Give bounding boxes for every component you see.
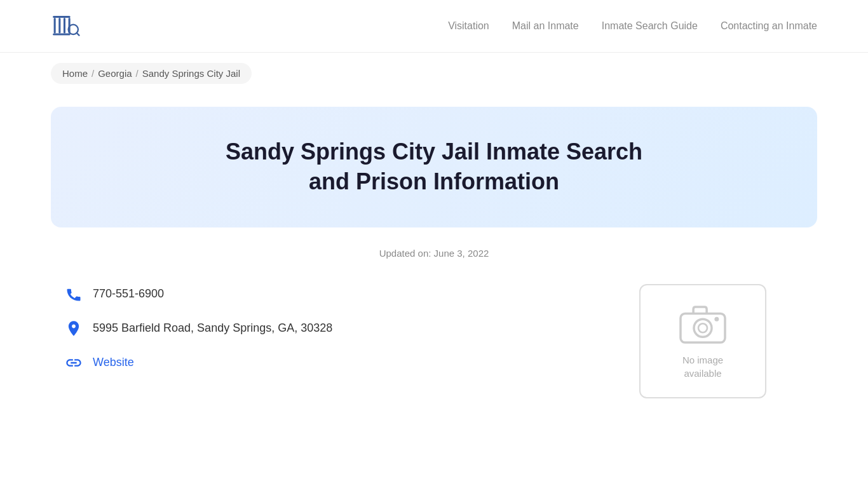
phone-icon: [64, 284, 84, 304]
camera-icon: [677, 302, 728, 347]
address-icon: [64, 318, 84, 339]
link-icon: [64, 353, 84, 373]
breadcrumb-separator-1: /: [92, 68, 94, 79]
breadcrumb-bar: Home / Georgia / Sandy Springs City Jail: [0, 53, 868, 94]
breadcrumb-current: Sandy Springs City Jail: [142, 68, 240, 79]
address-row: 5995 Barfield Road, Sandy Springs, GA, 3…: [64, 318, 332, 339]
info-section: 770-551-6900 5995 Barfield Road, Sandy S…: [51, 284, 817, 398]
svg-rect-0: [53, 16, 71, 18]
phone-number: 770-551-6900: [93, 287, 164, 301]
svg-rect-2: [54, 18, 56, 34]
no-image-text: No imageavailable: [682, 353, 723, 380]
updated-on: Updated on: June 3, 2022: [51, 248, 817, 259]
logo-icon: [51, 11, 80, 41]
nav-visitation[interactable]: Visitation: [448, 20, 489, 32]
site-header: Visitation Mail an Inmate Inmate Search …: [0, 0, 868, 53]
page-title: Sandy Springs City Jail Inmate Search an…: [212, 137, 656, 197]
svg-point-10: [698, 323, 707, 332]
svg-rect-1: [53, 34, 71, 36]
no-image-placeholder: No imageavailable: [639, 284, 766, 398]
phone-row: 770-551-6900: [64, 284, 332, 304]
breadcrumb-georgia[interactable]: Georgia: [98, 68, 132, 79]
breadcrumb: Home / Georgia / Sandy Springs City Jail: [51, 63, 252, 84]
breadcrumb-separator-2: /: [136, 68, 139, 79]
logo[interactable]: [51, 11, 80, 41]
main-nav: Visitation Mail an Inmate Inmate Search …: [448, 20, 817, 32]
main-content: Sandy Springs City Jail Inmate Search an…: [0, 94, 868, 424]
address-text: 5995 Barfield Road, Sandy Springs, GA, 3…: [93, 322, 332, 335]
nav-mail-inmate[interactable]: Mail an Inmate: [512, 20, 579, 32]
svg-point-11: [714, 316, 719, 321]
svg-rect-3: [58, 18, 60, 34]
svg-rect-4: [64, 18, 65, 34]
contact-info: 770-551-6900 5995 Barfield Road, Sandy S…: [64, 284, 332, 373]
svg-line-7: [77, 33, 79, 36]
nav-contacting-inmate[interactable]: Contacting an Inmate: [721, 20, 817, 32]
nav-inmate-search-guide[interactable]: Inmate Search Guide: [602, 20, 698, 32]
breadcrumb-home[interactable]: Home: [62, 68, 88, 79]
website-link[interactable]: Website: [93, 356, 134, 369]
website-row: Website: [64, 353, 332, 373]
hero-banner: Sandy Springs City Jail Inmate Search an…: [51, 107, 817, 227]
svg-point-9: [694, 319, 712, 337]
